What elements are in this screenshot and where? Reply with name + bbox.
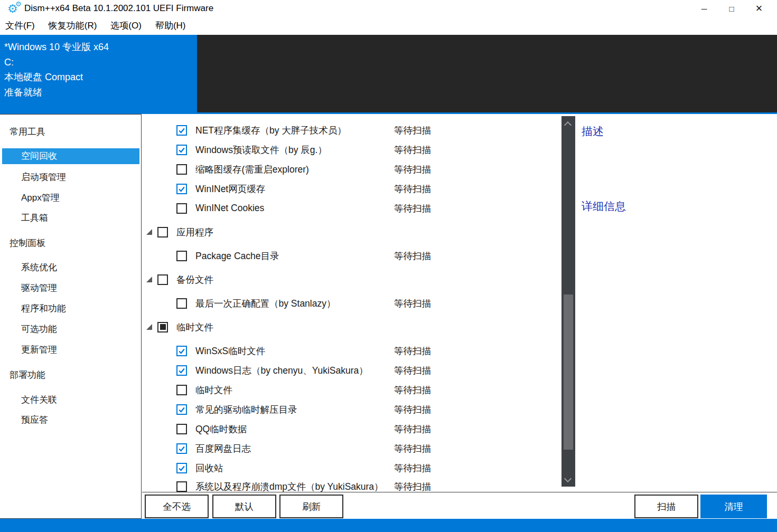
item-status: 等待扫描 [394, 442, 431, 455]
list-group-row[interactable]: 临时文件 [142, 317, 561, 337]
item-label: 回收站 [195, 462, 223, 474]
list-group-row[interactable]: 备份文件 [142, 270, 561, 289]
list-row[interactable]: 回收站 等待扫描 [142, 458, 561, 478]
header-empty-area [197, 35, 777, 112]
menu-help[interactable]: 帮助(H) [148, 17, 193, 35]
menu-recovery[interactable]: 恢复功能(R) [42, 17, 104, 35]
default-button[interactable]: 默认 [212, 495, 276, 518]
cleanup-item-list: NET程序集缓存（by 大胖子技术员） 等待扫描 Windows预读取文件（by… [142, 115, 561, 492]
checkbox-checked[interactable] [176, 404, 187, 415]
sidebar-item-space-reclaim[interactable]: 空间回收 [2, 148, 139, 164]
item-label: 百度网盘日志 [195, 442, 251, 455]
sidebar-item-update-manager[interactable]: 更新管理 [21, 342, 57, 358]
item-status: 等待扫描 [394, 480, 431, 492]
item-label: 临时文件 [195, 384, 232, 396]
detail-panel: 描述 详细信息 [575, 115, 777, 492]
tree-expander-icon[interactable] [146, 324, 152, 330]
status-ready: 准备就绪 [4, 85, 197, 100]
list-row[interactable]: 百度网盘日志 等待扫描 [142, 439, 561, 458]
vertical-scrollbar[interactable] [561, 116, 575, 487]
list-row[interactable]: 最后一次正确配置（by Stanlazy） 等待扫描 [142, 293, 561, 313]
list-row[interactable]: 系统以及程序崩溃dmp文件（by YukiSakura） 等待扫描 [142, 477, 561, 492]
sidebar-item-unattend[interactable]: 预应答 [21, 412, 48, 428]
drive-letter: C: [4, 55, 197, 70]
sidebar-section-deployment: 部署功能 [10, 367, 45, 383]
sidebar-item-file-association[interactable]: 文件关联 [21, 392, 57, 408]
item-label: Windows预读取文件（by 辰g.） [195, 144, 327, 156]
menu-options[interactable]: 选项(O) [104, 17, 148, 35]
item-label: 系统以及程序崩溃dmp文件（by YukiSakura） [195, 480, 383, 492]
tree-expander-icon[interactable] [146, 229, 152, 235]
group-label: 应用程序 [176, 226, 213, 239]
checkbox-checked[interactable] [176, 125, 187, 136]
checkbox-checked[interactable] [176, 145, 187, 155]
checkbox-unchecked[interactable] [157, 274, 168, 285]
close-icon[interactable]: × [745, 0, 773, 17]
gear-icon-small: ⚙ [15, 1, 22, 7]
title-bar: ⚙ ⚙ Dism++x64 Beta 10.1.2002.101 UEFI Fi… [0, 0, 777, 17]
item-label: 最后一次正确配置（by Stanlazy） [195, 297, 335, 310]
checkbox-unchecked[interactable] [176, 385, 187, 395]
system-header: *Windows 10 专业版 x64 C: 本地硬盘 Compact 准备就绪 [0, 35, 777, 114]
item-status: 等待扫描 [394, 163, 431, 176]
deselect-all-button[interactable]: 全不选 [145, 495, 209, 518]
drive-type: 本地硬盘 Compact [4, 70, 197, 85]
list-row[interactable]: Windows预读取文件（by 辰g.） 等待扫描 [142, 140, 561, 159]
list-row[interactable]: WinSxS临时文件 等待扫描 [142, 341, 561, 360]
checkbox-mixed[interactable] [157, 322, 168, 332]
scroll-up-icon[interactable] [564, 121, 572, 129]
checkbox-checked[interactable] [176, 365, 187, 376]
checkbox-unchecked[interactable] [176, 203, 187, 214]
maximize-icon[interactable]: □ [718, 0, 745, 17]
item-status: 等待扫描 [394, 403, 431, 416]
dism-window: ⚙ ⚙ Dism++x64 Beta 10.1.2002.101 UEFI Fi… [0, 0, 777, 532]
sidebar-item-toolbox[interactable]: 工具箱 [21, 210, 48, 226]
list-row[interactable]: 缩略图缓存(需重启explorer) 等待扫描 [142, 159, 561, 179]
list-row[interactable]: WinINet Cookies 等待扫描 [142, 198, 561, 218]
list-row[interactable]: Package Cache目录 等待扫描 [142, 246, 561, 265]
item-status: 等待扫描 [394, 423, 431, 435]
sidebar-item-appx-manager[interactable]: Appx管理 [21, 190, 60, 206]
window-title: Dism++x64 Beta 10.1.2002.101 UEFI Firmwa… [24, 3, 213, 14]
scroll-down-icon[interactable] [564, 475, 572, 482]
list-row[interactable]: NET程序集缓存（by 大胖子技术员） 等待扫描 [142, 120, 561, 140]
tree-expander-icon[interactable] [146, 277, 152, 282]
sidebar-item-system-optimization[interactable]: 系统优化 [21, 260, 57, 276]
item-label: WinSxS临时文件 [195, 345, 265, 357]
scrollbar-thumb[interactable] [564, 294, 573, 450]
sidebar-item-programs-features[interactable]: 程序和功能 [21, 301, 66, 317]
checkbox-checked[interactable] [176, 184, 187, 194]
item-status: 等待扫描 [394, 364, 431, 377]
item-label: 常见的驱动临时解压目录 [195, 403, 297, 416]
bottom-status-bar [0, 519, 777, 532]
list-group-row[interactable]: 应用程序 [142, 222, 561, 242]
checkbox-checked[interactable] [176, 443, 187, 454]
list-row[interactable]: Windows日志（by chenyu、YukiSakura） 等待扫描 [142, 360, 561, 380]
sidebar-section-common-tools: 常用工具 [10, 124, 45, 140]
checkbox-checked[interactable] [176, 463, 187, 473]
refresh-button[interactable]: 刷新 [279, 495, 343, 518]
sidebar-item-driver-manager[interactable]: 驱动管理 [21, 280, 57, 296]
minimize-icon[interactable]: ─ [690, 0, 718, 17]
item-label: Package Cache目录 [195, 250, 279, 262]
checkbox-unchecked[interactable] [176, 164, 187, 175]
checkbox-checked[interactable] [176, 346, 187, 356]
os-edition: *Windows 10 专业版 x64 [4, 40, 197, 55]
checkbox-unchecked[interactable] [176, 481, 187, 492]
checkbox-unchecked[interactable] [176, 251, 187, 261]
scan-button[interactable]: 扫描 [634, 495, 698, 518]
item-label: NET程序集缓存（by 大胖子技术员） [195, 124, 347, 137]
list-row[interactable]: WinINet网页缓存 等待扫描 [142, 179, 561, 198]
checkbox-unchecked[interactable] [176, 424, 187, 434]
list-row[interactable]: 常见的驱动临时解压目录 等待扫描 [142, 400, 561, 419]
sidebar-item-startup-manager[interactable]: 启动项管理 [21, 169, 66, 185]
checkbox-unchecked[interactable] [157, 227, 168, 238]
menu-file[interactable]: 文件(F) [0, 17, 42, 35]
clean-button[interactable]: 清理 [700, 495, 767, 518]
sidebar-item-optional-features[interactable]: 可选功能 [21, 321, 57, 337]
list-row[interactable]: QQ临时数据 等待扫描 [142, 419, 561, 439]
item-status: 等待扫描 [394, 297, 431, 310]
checkbox-unchecked[interactable] [176, 298, 187, 309]
list-row[interactable]: 临时文件 等待扫描 [142, 380, 561, 400]
selected-image-panel[interactable]: *Windows 10 专业版 x64 C: 本地硬盘 Compact 准备就绪 [0, 35, 197, 112]
